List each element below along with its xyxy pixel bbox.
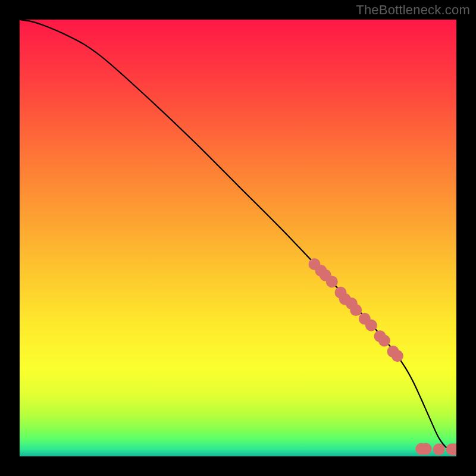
chart-frame: TheBottleneck.com xyxy=(0,0,476,476)
data-marker xyxy=(433,443,445,455)
watermark-text: TheBottleneck.com xyxy=(356,2,470,18)
data-marker xyxy=(326,275,338,287)
chart-svg xyxy=(20,20,456,456)
data-marker xyxy=(365,320,377,331)
data-marker xyxy=(350,304,362,316)
plot-area xyxy=(20,20,456,456)
data-marker xyxy=(392,350,403,362)
data-marker xyxy=(378,334,390,346)
gradient-background xyxy=(20,20,456,456)
data-marker xyxy=(420,443,432,455)
